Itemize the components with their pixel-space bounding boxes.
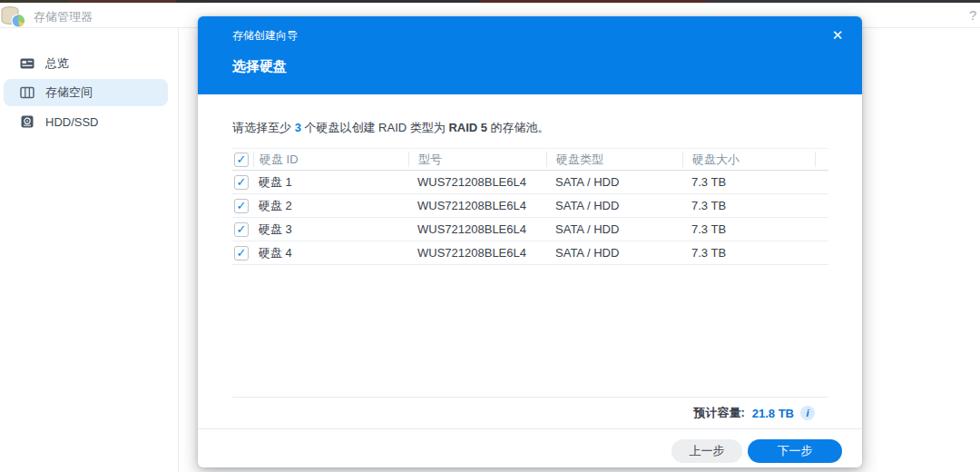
table-header-row: ✓ 硬盘 ID 型号 硬盘类型 硬盘大小 [232, 148, 828, 171]
row-checkbox[interactable]: ✓ [234, 246, 249, 261]
footer-divider [198, 428, 862, 429]
capacity-label: 预计容量: [693, 405, 744, 421]
cell-disk-type: SATA / HDD [546, 175, 682, 189]
disk-table: ✓ 硬盘 ID 型号 硬盘类型 硬盘大小 ✓ 硬盘 1 WUS721208BLE… [232, 148, 828, 265]
overview-icon [20, 56, 34, 71]
estimated-capacity: 预计容量: 21.8 TB i [693, 405, 815, 421]
cell-model: WUS721208BLE6L4 [408, 199, 546, 212]
help-icon[interactable]: ? [969, 7, 980, 23]
sidebar-item-label: HDD/SSD [45, 115, 99, 129]
row-checkbox[interactable]: ✓ [234, 175, 249, 190]
cell-disk-id: 硬盘 3 [253, 221, 408, 238]
cell-model: WUS721208BLE6L4 [408, 222, 546, 236]
column-header-model[interactable]: 型号 [408, 152, 546, 167]
table-row[interactable]: ✓ 硬盘 1 WUS721208BLE6L4 SATA / HDD 7.3 TB [232, 171, 828, 194]
previous-step-button[interactable]: 上一步 [671, 439, 742, 463]
sidebar-item-hdd-ssd[interactable]: HDD/SSD [4, 108, 168, 135]
cell-disk-size: 7.3 TB [682, 222, 815, 236]
instruction-text: 请选择至少 3 个硬盘以创建 RAID 类型为 RAID 5 的存储池。 [232, 120, 550, 136]
table-row[interactable]: ✓ 硬盘 4 WUS721208BLE6L4 SATA / HDD 7.3 TB [232, 241, 828, 265]
column-header-spacer [815, 152, 828, 167]
cell-disk-type: SATA / HDD [546, 222, 682, 236]
cell-disk-size: 7.3 TB [682, 199, 815, 212]
column-header-disk-size[interactable]: 硬盘大小 [682, 152, 815, 167]
sidebar-item-storage-pool[interactable]: 存储空间 [4, 79, 168, 106]
cell-model: WUS721208BLE6L4 [408, 246, 546, 260]
sidebar-item-label: 存储空间 [45, 84, 93, 101]
row-checkbox[interactable]: ✓ [234, 222, 249, 237]
column-header-disk-type[interactable]: 硬盘类型 [546, 152, 682, 167]
wizard-title: 存储创建向导 [232, 28, 298, 44]
cell-disk-size: 7.3 TB [682, 246, 815, 260]
capacity-value: 21.8 TB [752, 407, 794, 420]
cell-disk-id: 硬盘 1 [253, 174, 408, 191]
info-icon[interactable]: i [800, 406, 815, 420]
cell-disk-type: SATA / HDD [546, 199, 682, 212]
storage-pool-icon [20, 85, 34, 100]
disk-icon [20, 114, 34, 129]
table-footer-divider [232, 397, 828, 398]
select-all-checkbox[interactable]: ✓ [234, 152, 249, 167]
sidebar-item-label: 总览 [45, 55, 69, 72]
close-icon[interactable]: ✕ [828, 25, 848, 45]
row-checkbox[interactable]: ✓ [234, 199, 249, 213]
storage-creation-wizard-dialog: 存储创建向导 ✕ 选择硬盘 请选择至少 3 个硬盘以创建 RAID 类型为 RA… [198, 16, 862, 467]
raid-type: RAID 5 [448, 121, 487, 134]
cell-disk-id: 硬盘 4 [253, 245, 408, 261]
next-step-button[interactable]: 下一步 [748, 439, 842, 463]
column-header-disk-id[interactable]: 硬盘 ID [253, 152, 408, 167]
cell-disk-size: 7.3 TB [682, 175, 815, 189]
min-disk-count: 3 [295, 121, 301, 134]
cell-model: WUS721208BLE6L4 [408, 175, 546, 189]
dialog-header: 存储创建向导 ✕ 选择硬盘 [198, 16, 862, 94]
step-title: 选择硬盘 [232, 58, 287, 75]
cell-disk-type: SATA / HDD [546, 246, 682, 260]
table-row[interactable]: ✓ 硬盘 2 WUS721208BLE6L4 SATA / HDD 7.3 TB [232, 194, 828, 218]
cell-disk-id: 硬盘 2 [253, 198, 408, 214]
table-row[interactable]: ✓ 硬盘 3 WUS721208BLE6L4 SATA / HDD 7.3 TB [232, 218, 828, 241]
app-title: 存储管理器 [34, 9, 93, 25]
sidebar-item-overview[interactable]: 总览 [4, 50, 168, 77]
sidebar: 总览 存储空间 HDD/SSD [0, 28, 179, 472]
